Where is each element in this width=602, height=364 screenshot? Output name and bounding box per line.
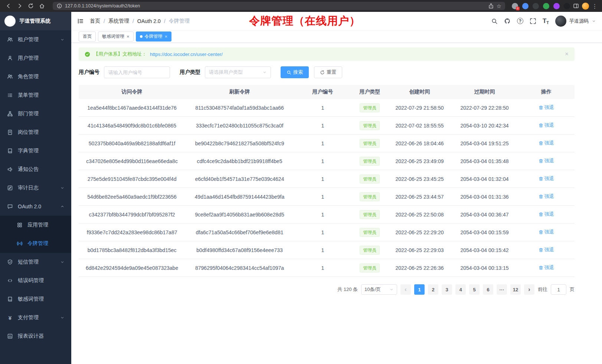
sidebar-item[interactable]: 应用管理 [0, 216, 71, 234]
sidebar-item[interactable]: 审计日志 [0, 179, 71, 197]
table-header-row: 访问令牌刷新令牌用户编号用户类型创建时间过期时间操作 [79, 85, 575, 99]
expire-time-cell: 2054-03-04 00:15:59 [451, 229, 518, 235]
prev-page-button[interactable]: ‹ [400, 284, 411, 295]
refresh-token-cell: 8796295f04064c2983414cc54af1097a [185, 265, 294, 271]
force-logout-button[interactable]: 强退 [539, 175, 554, 182]
user-id-input[interactable] [104, 66, 170, 78]
force-logout-button[interactable]: 强退 [539, 229, 554, 235]
tab-item[interactable]: 首页 [79, 32, 96, 42]
sidebar-item[interactable]: 字典管理 [0, 142, 71, 160]
extension-badge: 0 [516, 7, 520, 10]
breadcrumb-item[interactable]: 系统管理 [108, 18, 129, 24]
help-icon[interactable]: ? [517, 18, 523, 24]
split-view-icon[interactable] [573, 3, 579, 9]
page-number-button[interactable]: 5 [469, 284, 480, 295]
force-logout-label: 强退 [544, 246, 554, 253]
sidebar-item[interactable]: 租户管理 [0, 30, 71, 49]
app-logo-row[interactable]: 芋道管理系统 [0, 12, 71, 30]
browser-profile-avatar[interactable] [582, 3, 589, 10]
column-header: 过期时间 [451, 89, 518, 95]
next-page-button[interactable]: › [524, 284, 534, 295]
page-number-button[interactable]: 12 [510, 284, 521, 295]
tab-close-icon[interactable]: × [165, 34, 168, 39]
sidebar-item[interactable]: ¥支付管理 [0, 308, 71, 327]
force-logout-button[interactable]: 强退 [539, 104, 554, 111]
sidebar-item-label: 部门管理 [18, 110, 39, 117]
sidebar-item[interactable]: 用户管理 [0, 49, 71, 67]
tab-bar: 首页敏感词管理×令牌管理× [71, 30, 602, 43]
page-ellipsis-button[interactable]: ··· [497, 284, 507, 295]
search-button[interactable]: 搜索 [281, 66, 309, 78]
extension-icon[interactable] [553, 3, 560, 9]
sidebar-item[interactable]: 岗位管理 [0, 123, 71, 142]
extension-icon[interactable]: 0 [512, 3, 518, 9]
site-info-icon[interactable] [56, 3, 62, 9]
force-logout-button[interactable]: 强退 [539, 122, 554, 129]
breadcrumb-item[interactable]: OAuth 2.0 [137, 18, 161, 24]
page-number-button[interactable]: 3 [442, 284, 452, 295]
goto-page-input[interactable] [551, 284, 566, 295]
sidebar-item[interactable]: 短信管理 [0, 253, 71, 271]
sidebar-item[interactable]: 报表设计器 [0, 327, 71, 345]
browser-forward-icon[interactable] [16, 2, 24, 10]
sidebar-item[interactable]: 令牌管理 [0, 234, 71, 253]
force-logout-button[interactable]: 强退 [539, 193, 554, 200]
page-number-button[interactable]: 2 [428, 284, 438, 295]
force-logout-label: 强退 [544, 158, 554, 164]
fullscreen-icon[interactable] [530, 18, 536, 24]
page-number-button[interactable]: 1 [414, 284, 425, 295]
extension-icon[interactable] [564, 3, 570, 9]
tab-active[interactable]: 令牌管理× [136, 32, 172, 42]
tab-close-icon[interactable]: × [127, 34, 130, 39]
create-time-cell: 2022-06-25 22:29:03 [388, 247, 451, 253]
share-icon[interactable] [488, 3, 494, 9]
table-row: 54d6be82ee5a460a9aedc1f9bf22365649d1aa46… [79, 188, 575, 206]
alert-doc-link[interactable]: https://doc.iocoder.cn/user-center/ [150, 52, 223, 57]
search-icon[interactable] [491, 18, 498, 24]
chevron-down-icon [389, 287, 394, 292]
tab-item[interactable]: 敏感词管理× [98, 32, 134, 42]
extension-icon[interactable] [533, 3, 539, 9]
reset-button[interactable]: 重置 [314, 66, 342, 78]
extension-icon[interactable] [543, 3, 549, 9]
table-row: 275e5de9151045fe87cbdc395e004f4de6cfd40e… [79, 170, 575, 188]
bookmark-star-icon[interactable]: ☆ [497, 3, 501, 9]
force-logout-button[interactable]: 强退 [539, 211, 554, 218]
address-bar[interactable]: 127.0.0.1:1024/system/oauth2/token ☆ [53, 2, 505, 10]
force-logout-button[interactable]: 强退 [539, 246, 554, 253]
access-token-cell: c342377bf8b344799dcbf7bf095287f2 [79, 212, 185, 218]
force-logout-button[interactable]: 强退 [539, 158, 554, 164]
page-number-list: 123456···12 [414, 284, 521, 295]
user-menu[interactable]: 芋道源码 [555, 16, 596, 27]
browser-back-icon[interactable] [4, 2, 13, 10]
browser-reload-icon[interactable] [27, 2, 35, 10]
sidebar-item[interactable]: 通知公告 [0, 160, 71, 179]
browser-home-icon[interactable] [38, 2, 46, 10]
sidebar-item[interactable]: 错误码管理 [0, 271, 71, 290]
breadcrumb-item[interactable]: 令牌管理 [169, 18, 190, 24]
force-logout-button[interactable]: 强退 [539, 140, 554, 146]
font-size-icon[interactable]: TT [543, 17, 549, 25]
badge-icon [7, 129, 13, 135]
user-type-placeholder: 请选择用户类型 [209, 69, 243, 76]
alert-close-icon[interactable]: × [565, 50, 569, 58]
sidebar-item[interactable]: 部门管理 [0, 105, 71, 123]
page-number-button[interactable]: 4 [455, 284, 466, 295]
sidebar-item[interactable]: 敏感词管理 [0, 290, 71, 308]
force-logout-button[interactable]: 强退 [539, 264, 554, 271]
sidebar-item[interactable]: OAuth 2.0 [0, 197, 71, 216]
page-number-button[interactable]: 6 [483, 284, 493, 295]
user-type-cell: 管理员 [351, 264, 388, 272]
page-size-select[interactable]: 10条/页 [361, 284, 397, 295]
force-logout-label: 强退 [544, 193, 554, 200]
extension-icon[interactable] [522, 3, 529, 9]
create-time-cell: 2022-07-29 21:58:50 [388, 105, 451, 111]
sidebar-toggle-icon[interactable] [77, 18, 84, 24]
sidebar-item[interactable]: 角色管理 [0, 67, 71, 86]
breadcrumb-item[interactable]: 首页 [90, 18, 100, 24]
sidebar-item[interactable]: 菜单管理 [0, 86, 71, 105]
github-icon[interactable] [504, 18, 511, 24]
total-count: 共 120 条 [337, 286, 358, 293]
user-type-select[interactable]: 请选择用户类型 [205, 66, 271, 78]
browser-menu-icon[interactable]: ⋮ [592, 3, 598, 9]
